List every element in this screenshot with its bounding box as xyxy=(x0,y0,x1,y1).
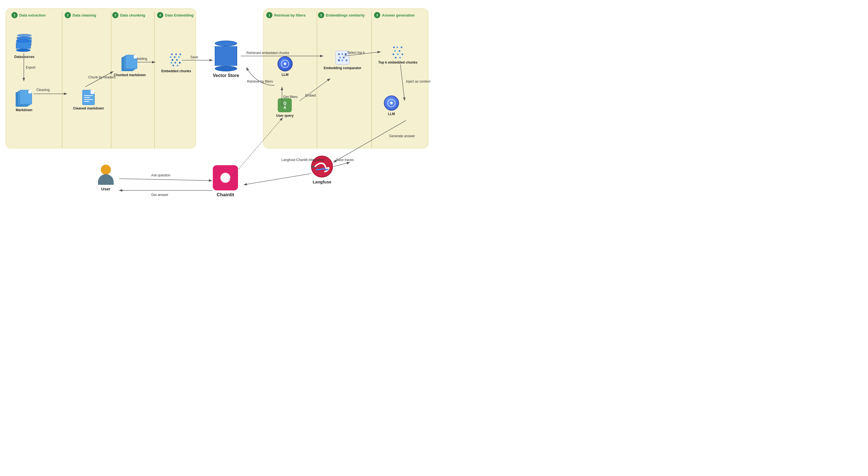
chunked-markdown-icon xyxy=(122,55,138,72)
embedding-comparator-node: Embedding comparator xyxy=(324,51,362,70)
top-k-node: Top k embedded chunks xyxy=(378,45,417,65)
llm1-icon xyxy=(277,56,292,71)
ask-question-label: Ask question xyxy=(151,173,170,177)
ret-col-divider-2 xyxy=(371,11,372,148)
retrieval-panel: 1 Retrieval by filters 2 Embeddings simi… xyxy=(263,8,428,149)
ret-step-3-label: Answer generation xyxy=(382,13,415,18)
langfuse-node: Langfuse xyxy=(311,155,333,185)
user-label: User xyxy=(101,186,110,192)
datasources-icon xyxy=(16,34,33,54)
chainlit-label: Chainlit xyxy=(217,192,234,198)
top-k-label: Top k embedded chunks xyxy=(378,61,417,65)
user-icon xyxy=(98,165,114,185)
ret-step-2-header: 2 Embeddings similarity xyxy=(318,12,365,18)
embedded-chunks-icon xyxy=(168,52,184,68)
step-2-header: 2 Data cleaning xyxy=(65,12,96,18)
vector-store-icon xyxy=(215,41,237,71)
llm1-label: LLM xyxy=(282,73,289,77)
vector-store-node: Vector Store xyxy=(213,41,239,79)
chainlit-node: Chainlit xyxy=(213,165,238,198)
llm2-icon xyxy=(384,95,399,110)
cleaned-markdown-label: Cleaned markdown xyxy=(73,106,104,111)
cleaned-markdown-icon xyxy=(82,90,95,105)
save-traces-label: Save traces xyxy=(336,158,354,162)
ret-step-2-label: Embeddings similarity xyxy=(326,13,365,18)
markdown-label: Markdown xyxy=(16,108,32,113)
ret-col-divider-1 xyxy=(317,11,317,148)
cleaned-markdown-node: Cleaned markdown xyxy=(73,90,104,111)
step-4-label: Data Embedding xyxy=(165,13,194,18)
llm2-label: LLM xyxy=(388,112,395,117)
datasources-label: Datasources xyxy=(14,55,34,59)
step-3-circle: 3 xyxy=(112,12,118,18)
col-divider-1 xyxy=(62,11,62,148)
markdown-icon xyxy=(16,90,32,107)
user-query-node: QA User query xyxy=(276,98,294,118)
step-2-label: Data cleaning xyxy=(72,13,96,18)
vector-store-label: Vector Store xyxy=(213,73,239,79)
ingestion-panel: 1 Data extraction 2 Data cleaning 3 Data… xyxy=(6,8,196,149)
chunked-markdown-node: Chunked markdown xyxy=(114,55,146,77)
chainlit-icon xyxy=(213,165,238,190)
diagram: 1 Data extraction 2 Data cleaning 3 Data… xyxy=(0,0,434,238)
svg-line-18 xyxy=(119,179,212,181)
step-4-header: 4 Data Embedding xyxy=(157,12,194,18)
svg-line-21 xyxy=(244,173,311,185)
col-divider-3 xyxy=(154,11,155,148)
llm2-node: LLM xyxy=(384,95,399,117)
langfuse-icon xyxy=(311,155,333,178)
embedded-chunks-node: Embedded chunks xyxy=(161,52,191,74)
get-answer-label: Get answer xyxy=(151,193,168,197)
ret-step-1-label: Retrieval by filters xyxy=(274,13,306,18)
langfuse-label: Langfuse xyxy=(313,179,332,185)
step-1-header: 1 Data extraction xyxy=(11,12,45,18)
qa-icon: QA xyxy=(278,98,292,112)
step-2-circle: 2 xyxy=(65,12,71,18)
ret-step-1-header: 1 Retrieval by filters xyxy=(266,12,306,18)
ret-step-2-circle: 2 xyxy=(318,12,324,18)
top-k-icon xyxy=(391,45,405,59)
ret-step-3-circle: 3 xyxy=(374,12,380,18)
markdown-node: Markdown xyxy=(16,90,32,113)
chunked-markdown-label: Chunked markdown xyxy=(114,73,146,77)
col-divider-2 xyxy=(111,11,112,148)
ret-step-3-header: 3 Answer generation xyxy=(374,12,415,18)
embedding-comparator-label: Embedding comparator xyxy=(324,66,362,70)
ret-step-1-circle: 1 xyxy=(266,12,273,18)
step-4-circle: 4 xyxy=(157,12,163,18)
step-3-header: 3 Data chunking xyxy=(112,12,145,18)
step-1-circle: 1 xyxy=(11,12,18,18)
embedding-comparator-icon xyxy=(335,51,349,65)
datasources-node: Datasources xyxy=(14,34,34,59)
user-node: User xyxy=(98,165,114,192)
llm1-node: LLM xyxy=(277,56,292,77)
svg-point-2 xyxy=(224,177,227,179)
user-query-label: User query xyxy=(276,114,294,118)
embedded-chunks-label: Embedded chunks xyxy=(161,69,191,74)
step-1-label: Data extraction xyxy=(19,13,45,18)
svg-line-17 xyxy=(333,162,350,167)
step-3-label: Data chunking xyxy=(120,13,145,18)
